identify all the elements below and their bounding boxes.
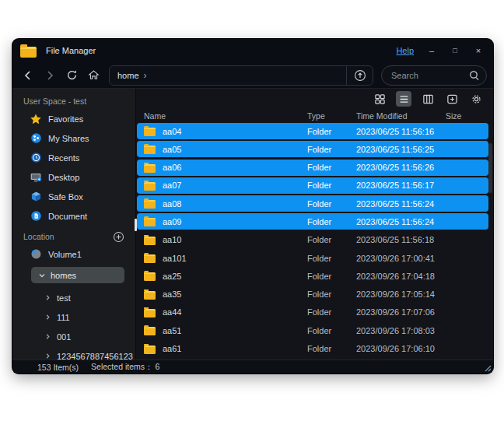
add-location-icon[interactable] [113,231,124,243]
column-name[interactable]: Name [144,111,307,121]
file-row[interactable]: aa51 Folder 2023/09/26 17:08:03 [137,322,488,339]
folder-icon [144,272,156,281]
folder-icon [144,200,156,209]
folder-icon [144,327,156,335]
breadcrumb-path[interactable]: home [117,71,139,80]
sidebar-item-desktop[interactable]: Desktop [12,167,135,187]
maximize-button[interactable]: □ [450,47,460,54]
file-row[interactable]: aa09 Folder 2023/06/25 11:56:24 [137,213,488,230]
tree-item-001[interactable]: 001 [12,327,135,346]
minimize-button[interactable]: – [426,47,437,55]
column-view-icon[interactable] [420,91,436,107]
refresh-icon[interactable] [62,66,81,85]
file-modified: 2023/06/25 11:56:18 [356,235,446,244]
shares-icon [30,132,42,145]
file-row[interactable]: aa10 Folder 2023/06/25 11:56:18 [137,232,488,248]
file-name: aa06 [163,163,181,172]
tree-item-homes-selected[interactable]: homes [31,267,124,283]
scrollbar-thumb[interactable] [488,143,492,193]
folder-icon [144,237,156,245]
user-space-header: User Space - test [12,93,135,109]
column-size[interactable]: Size [446,111,493,121]
file-row[interactable]: aa06 Folder 2023/06/25 11:56:26 [137,160,488,176]
file-modified: 2023/09/26 17:00:41 [356,254,446,263]
view-toolbar [136,89,493,109]
sidebar: User Space - test Favorites My Shares Re… [12,89,136,360]
file-rows: aa04 Folder 2023/06/25 11:56:16 aa05 Fol… [136,123,493,357]
file-modified: 2023/06/25 11:56:24 [356,217,446,226]
file-type: Folder [307,217,356,226]
monitor-icon [30,171,42,184]
list-view-icon[interactable] [396,91,411,107]
file-manager-window: File Manager Help – □ × home › [12,39,493,374]
file-type: Folder [307,254,356,263]
folder-icon [144,128,156,136]
status-bar: 153 Item(s) Selected items： 6 [12,360,493,374]
sidebar-item-recents[interactable]: Recents [12,148,135,167]
file-name: aa25 [163,272,181,281]
location-header: Location [12,229,135,244]
window-title: File Manager [46,46,96,55]
sidebar-item-my-shares[interactable]: My Shares [12,128,135,148]
forward-icon[interactable] [40,66,59,85]
file-row[interactable]: aa25 Folder 2023/09/26 17:04:18 [137,268,488,284]
folder-icon [144,254,156,263]
sidebar-item-document[interactable]: Document [12,206,135,226]
volume-pie-icon [30,248,42,261]
home-icon[interactable] [84,66,103,85]
file-name: aa51 [163,326,181,335]
file-row[interactable]: aa44 Folder 2023/09/26 17:07:06 [137,304,488,321]
file-row[interactable]: aa05 Folder 2023/06/25 11:56:25 [137,141,488,157]
file-name: aa61 [163,344,181,353]
file-modified: 2023/09/26 17:04:18 [356,272,446,281]
back-icon[interactable] [19,66,37,85]
folder-icon [144,146,156,154]
file-modified: 2023/06/25 11:56:16 [356,127,446,136]
app-folder-icon [20,47,37,58]
search-input[interactable] [391,71,469,80]
sidebar-item-safe-box[interactable]: Safe Box [12,187,135,206]
file-row[interactable]: aa08 Folder 2023/06/25 11:56:24 [137,195,488,212]
breadcrumb[interactable]: home › [109,65,373,86]
file-type: Folder [307,344,356,353]
file-modified: 2023/06/25 11:56:25 [356,145,446,154]
chevron-right-icon [44,314,51,321]
resize-handle-icon[interactable] [483,363,492,372]
file-name: aa35 [163,289,181,299]
close-button[interactable]: × [473,47,484,55]
file-modified: 2023/06/25 11:56:17 [356,181,446,190]
chevron-right-icon [44,294,51,301]
sidebar-item-favorites[interactable]: Favorites [12,109,135,128]
file-type: Folder [307,127,356,136]
chevron-right-icon [44,333,51,340]
settings-gear-icon[interactable] [468,91,484,107]
file-row[interactable]: aa61 Folder 2023/09/26 17:06:10 [137,341,488,357]
help-link[interactable]: Help [396,46,414,55]
file-name: aa07 [163,181,181,190]
scrollbar-track[interactable] [488,125,492,357]
search-icon[interactable] [469,70,480,81]
file-modified: 2023/09/26 17:07:06 [356,307,446,317]
file-row[interactable]: aa101 Folder 2023/09/26 17:00:41 [137,250,488,266]
file-name: aa04 [163,127,181,136]
column-time-modified[interactable]: Time Modified [356,111,446,121]
folder-icon [144,182,156,191]
search-box [381,65,487,86]
drop-insert-caret [135,219,137,231]
file-type: Folder [307,235,356,244]
folder-icon [144,218,156,226]
add-panel-icon[interactable] [444,91,460,107]
folder-icon [144,164,156,173]
file-row[interactable]: aa04 Folder 2023/06/25 11:56:16 [137,123,488,139]
tree-item-volume1[interactable]: Volume1 [12,244,135,264]
upload-icon[interactable] [346,66,373,85]
file-row[interactable]: aa07 Folder 2023/06/25 11:56:17 [137,177,488,194]
column-type[interactable]: Type [307,111,356,121]
file-type: Folder [307,163,356,172]
grid-view-icon[interactable] [372,91,387,107]
file-row[interactable]: aa35 Folder 2023/09/26 17:05:14 [137,286,488,303]
tree-item-test[interactable]: test [12,288,135,307]
file-name: aa05 [163,145,181,154]
tree-item-111[interactable]: 111 [12,307,135,327]
tree-item-long-number[interactable]: 1234567887456123 [12,346,135,360]
